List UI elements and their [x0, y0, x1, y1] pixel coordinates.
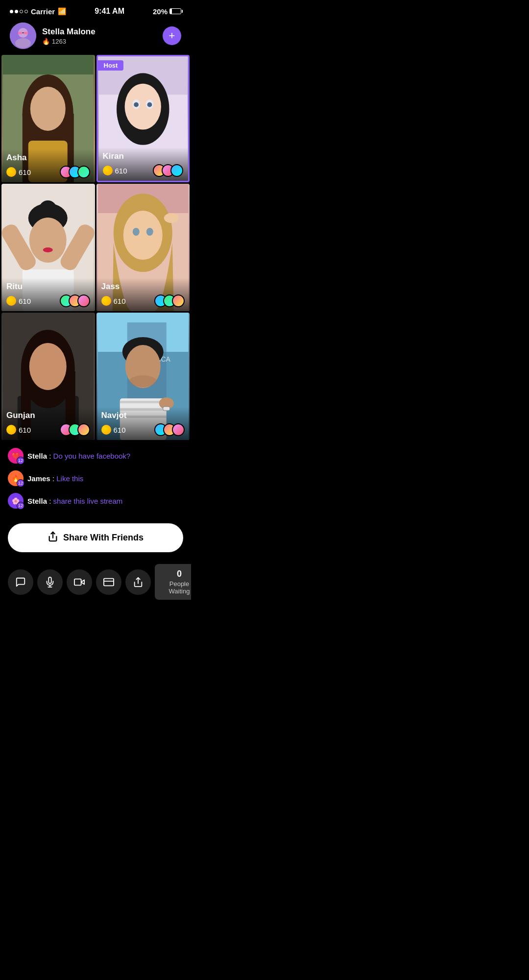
coin-value-ritu: 610	[19, 297, 31, 305]
viewer-avatar-r3	[77, 294, 90, 307]
waiting-count: 0	[164, 569, 191, 579]
share-button[interactable]	[125, 569, 151, 595]
cell-stats-navjot: 610	[101, 423, 185, 436]
wallet-button[interactable]	[96, 569, 121, 595]
cell-stats-jass: 610	[101, 294, 185, 307]
chat-message-1: ❤️ 12 Stella : Do you have facebook?	[8, 448, 183, 464]
profile-score-value: 1263	[52, 38, 66, 45]
viewer-avatars-ritu	[60, 294, 90, 307]
cell-stats-kiran: 610	[103, 164, 184, 177]
coin-count-jass: 610	[101, 296, 126, 306]
svg-rect-59	[74, 579, 81, 585]
coin-count-asha: 610	[6, 167, 31, 177]
status-bar: Carrier 📶 9:41 AM 20%	[0, 0, 191, 19]
viewer-avatars-jass	[154, 294, 185, 307]
stream-cell-kiran[interactable]: Host Kiran 610	[96, 55, 190, 182]
chat-badge-2: 🔥 12	[8, 470, 24, 486]
svg-point-41	[29, 343, 67, 390]
cell-name-gunjan: Gunjan	[6, 411, 90, 420]
signal-dots	[10, 10, 28, 13]
svg-point-48	[129, 375, 156, 387]
viewer-avatar-g3	[77, 423, 90, 436]
chat-badge-3: 🌸 12	[8, 493, 24, 509]
share-btn-label: Share With Friends	[63, 533, 144, 543]
add-button[interactable]: +	[163, 26, 181, 45]
signal-dot-1	[10, 10, 13, 13]
viewer-avatars-gunjan	[60, 423, 90, 436]
cell-bottom-gunjan: Gunjan 610	[1, 407, 95, 440]
chat-user-3: Stella	[27, 497, 47, 505]
chat-button[interactable]	[8, 569, 33, 595]
svg-point-19	[134, 102, 139, 107]
chat-message-2: 🔥 12 James : Like this	[8, 470, 183, 486]
chat-text-1: Stella : Do you have facebook?	[27, 452, 130, 460]
svg-marker-58	[81, 580, 84, 584]
status-time: 9:41 AM	[95, 7, 124, 16]
chat-user-2: James	[27, 474, 50, 483]
video-button[interactable]	[67, 569, 92, 595]
carrier-label: Carrier	[31, 7, 55, 16]
svg-point-33	[132, 228, 139, 236]
chat-text-3: Stella : share this live stream	[27, 497, 122, 505]
signal-dot-2	[15, 10, 18, 13]
chat-badge-1: ❤️ 12	[8, 448, 24, 464]
coin-icon-jass	[101, 296, 111, 306]
svg-point-16	[124, 84, 161, 130]
viewer-avatar-n3	[172, 423, 185, 436]
chat-badge-num-3: 12	[17, 502, 24, 510]
mic-button[interactable]	[37, 569, 63, 595]
stream-cell-ritu[interactable]: Ritu 610	[1, 184, 95, 311]
viewer-avatar-k3	[170, 164, 183, 177]
svg-point-2	[15, 38, 31, 48]
viewer-avatar-3	[77, 166, 90, 178]
profile-bar: Stella Malone 🔥 1263 +	[0, 19, 191, 55]
chat-badge-num-1: 12	[17, 457, 24, 465]
battery-percent: 20%	[153, 7, 168, 16]
coin-value-gunjan: 610	[19, 426, 31, 434]
status-right: 20%	[153, 7, 181, 16]
svg-point-11	[30, 87, 66, 131]
stream-cell-asha[interactable]: Asha 610	[1, 55, 95, 182]
waiting-label: People Waiting	[164, 580, 191, 595]
chat-badge-num-2: 12	[17, 479, 24, 487]
cell-stats-ritu: 610	[6, 294, 90, 307]
share-with-friends-button[interactable]: Share With Friends	[8, 523, 183, 552]
signal-dot-3	[20, 10, 23, 13]
profile-score: 🔥 1263	[42, 38, 157, 45]
waiting-box: 0 People Waiting	[155, 564, 191, 600]
coin-count-ritu: 610	[6, 296, 31, 306]
profile-info: Stella Malone 🔥 1263	[42, 27, 157, 45]
coin-icon-ritu	[6, 296, 16, 306]
status-left: Carrier 📶	[10, 7, 66, 16]
signal-dot-4	[24, 10, 28, 13]
cell-name-asha: Asha	[6, 153, 90, 163]
profile-avatar	[10, 23, 36, 49]
svg-point-28	[43, 247, 53, 252]
share-btn-container: Share With Friends	[0, 515, 191, 558]
bottom-bar: 0 People Waiting	[0, 558, 191, 610]
coin-value-jass: 610	[114, 297, 126, 305]
cell-bottom-ritu: Ritu 610	[1, 278, 95, 311]
coin-icon-gunjan	[6, 425, 16, 435]
coin-value-kiran: 610	[115, 167, 127, 175]
chat-msg-1: Do you have facebook?	[53, 452, 131, 460]
flame-icon: 🔥	[42, 38, 50, 45]
coin-value-navjot: 610	[114, 426, 126, 434]
stream-cell-jass[interactable]: Jass 610	[96, 184, 190, 311]
chat-msg-3: share this live stream	[53, 497, 123, 505]
coin-icon-navjot	[101, 425, 111, 435]
wifi-icon: 📶	[58, 7, 66, 15]
stream-cell-gunjan[interactable]: Gunjan 610	[1, 313, 95, 440]
stream-cell-navjot[interactable]: OUPANCA Navjot 610	[96, 313, 190, 440]
viewer-avatars-kiran	[153, 164, 183, 177]
coin-count-kiran: 610	[103, 166, 127, 175]
chat-msg-2: Like this	[56, 474, 83, 483]
host-badge: Host	[98, 60, 124, 71]
svg-rect-60	[104, 578, 114, 586]
cell-bottom-kiran: Kiran 610	[98, 147, 189, 181]
cell-bottom-navjot: Navjot 610	[96, 407, 190, 440]
svg-point-32	[123, 211, 162, 260]
profile-name: Stella Malone	[42, 27, 157, 37]
svg-rect-3	[18, 32, 22, 34]
coin-count-navjot: 610	[101, 425, 126, 435]
